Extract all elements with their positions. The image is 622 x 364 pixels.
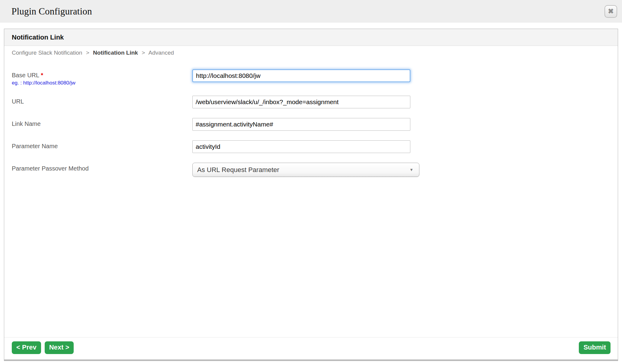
required-asterisk: *: [41, 72, 43, 78]
field-row-parameter-name: Parameter Name: [12, 140, 611, 153]
breadcrumb-step-configure: Configure Slack Notification: [12, 49, 82, 56]
selected-option-label: As URL Request Parameter: [197, 166, 279, 174]
base-url-hint: eg. : http://localhost:8080/jw: [12, 80, 192, 86]
base-url-label: Base URL*: [12, 72, 192, 79]
field-row-url: URL: [12, 96, 611, 108]
next-button[interactable]: Next >: [45, 341, 74, 354]
panel-footer: < Prev Next > Submit: [4, 337, 618, 359]
breadcrumb: Configure Slack Notification > Notificat…: [12, 49, 611, 56]
url-label: URL: [12, 98, 192, 105]
close-button[interactable]: ✖: [604, 5, 617, 18]
link-name-input[interactable]: [192, 118, 410, 131]
close-icon: ✖: [608, 8, 614, 15]
base-url-label-group: Base URL* eg. : http://localhost:8080/jw: [12, 69, 192, 86]
link-name-label: Link Name: [12, 120, 192, 127]
parameter-name-label: Parameter Name: [12, 143, 192, 150]
parameter-passover-method-select[interactable]: As URL Request Parameter ▼: [192, 163, 419, 177]
parameter-name-input[interactable]: [192, 140, 410, 153]
page-title: Plugin Configuration: [11, 6, 92, 17]
parameter-passover-method-label: Parameter Passover Method: [12, 165, 192, 172]
dialog-header: Plugin Configuration ✖: [0, 0, 622, 23]
breadcrumb-step-advanced: Advanced: [149, 49, 174, 56]
breadcrumb-step-notification-link: Notification Link: [93, 49, 138, 56]
wizard-nav-buttons: < Prev Next >: [12, 341, 74, 354]
field-row-link-name: Link Name: [12, 118, 611, 131]
breadcrumb-separator: >: [86, 49, 89, 56]
url-input[interactable]: [192, 96, 410, 108]
submit-button[interactable]: Submit: [579, 341, 611, 354]
base-url-input[interactable]: [192, 69, 410, 82]
notification-link-panel: Notification Link Configure Slack Notifi…: [4, 29, 618, 361]
prev-button[interactable]: < Prev: [12, 341, 41, 354]
breadcrumb-separator: >: [142, 49, 145, 56]
panel-body: Configure Slack Notification > Notificat…: [4, 46, 618, 337]
field-row-parameter-passover-method: Parameter Passover Method As URL Request…: [12, 163, 611, 177]
chevron-down-icon: ▼: [409, 168, 413, 172]
field-row-base-url: Base URL* eg. : http://localhost:8080/jw: [12, 69, 611, 86]
panel-heading: Notification Link: [4, 29, 618, 46]
